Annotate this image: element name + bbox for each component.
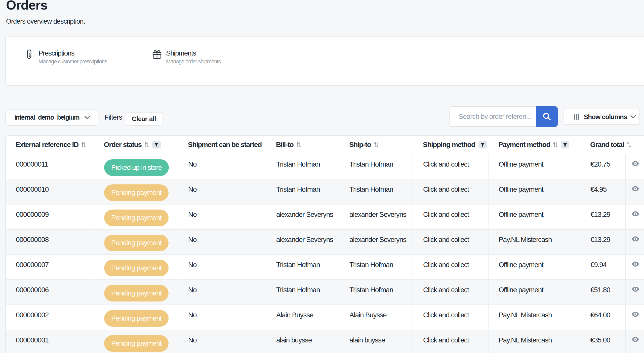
search-button[interactable]: [536, 106, 558, 127]
quick-links-card: Prescriptions Manage customer prescripti…: [5, 36, 644, 86]
view-order-icon[interactable]: [632, 186, 639, 191]
cell-order-status: Pending payment: [94, 280, 178, 305]
cell-grand-total: €20.75: [580, 154, 625, 179]
view-order-icon[interactable]: [632, 312, 639, 317]
cell-value: Offline payment: [499, 286, 543, 294]
view-order-icon[interactable]: [632, 211, 639, 217]
view-order-icon[interactable]: [632, 337, 639, 342]
filter-button[interactable]: [561, 141, 569, 148]
show-columns-button[interactable]: Show columns: [564, 109, 640, 125]
cell-shipment-can-be-started: No: [178, 154, 266, 179]
filter-button[interactable]: [478, 141, 487, 148]
order-status-badge: Pending payment: [104, 260, 169, 276]
cell-bill-to: alain buysse: [266, 330, 339, 353]
sort-icon[interactable]: [374, 141, 378, 148]
cell-value: 000000001: [16, 336, 49, 344]
filter-button[interactable]: [152, 141, 161, 148]
cell-value: No: [188, 336, 196, 344]
cell-value: Tristan Hofman: [276, 185, 320, 193]
order-status-badge: Pending payment: [104, 335, 169, 352]
cell-shipping-method: Click and collect: [413, 204, 488, 229]
orders-table-card: External reference ID Order status Shipm…: [5, 135, 644, 353]
cell-value: Tristan Hofman: [276, 160, 320, 168]
store-selector-dropdown[interactable]: internal_demo_belgium: [5, 109, 98, 126]
cell-payment-method: Pay.NL Mistercash: [488, 305, 580, 330]
order-status-badge: Pending payment: [104, 184, 169, 201]
cell-grand-total: €64.00: [580, 305, 625, 330]
column-header-order-status[interactable]: Order status: [94, 136, 178, 154]
cell-value: No: [188, 261, 196, 269]
cell-value: No: [188, 286, 196, 294]
table-row: 000000001 Pending payment No alain buyss…: [6, 330, 644, 353]
cell-value: €13.29: [590, 211, 610, 218]
column-header-bill-to[interactable]: Bill-to: [266, 136, 339, 154]
cell-value: 000000009: [16, 211, 49, 218]
funnel-icon: [154, 143, 158, 147]
shipments-link[interactable]: Shipments Manage order shipments.: [147, 37, 288, 85]
sort-icon[interactable]: [82, 141, 86, 148]
cell-actions: [625, 330, 644, 353]
column-header-ship-to[interactable]: Ship-to: [339, 136, 413, 154]
sort-icon[interactable]: [145, 141, 149, 148]
cell-value: Pay.NL Mistercash: [499, 311, 552, 319]
cell-value: Alain Buysse: [349, 311, 386, 319]
sort-icon[interactable]: [297, 141, 301, 148]
order-status-badge: Pending payment: [104, 210, 169, 226]
view-order-icon[interactable]: [632, 261, 639, 267]
cell-actions: [625, 204, 644, 229]
cell-order-status: Pending payment: [94, 255, 178, 280]
cell-value: €9.94: [590, 261, 607, 269]
cell-shipping-method: Click and collect: [413, 330, 488, 353]
cell-shipping-method: Click and collect: [413, 305, 488, 330]
cell-shipment-can-be-started: No: [178, 255, 266, 280]
cell-value: Tristan Hofman: [349, 160, 393, 168]
order-status-badge: Pending payment: [104, 310, 169, 327]
cell-payment-method: Pay.NL Mistercash: [488, 229, 580, 255]
cell-ship-to: Tristan Hofman: [339, 154, 413, 179]
cell-ship-to: alexander Severyns: [339, 229, 413, 255]
cell-value: 000000011: [16, 160, 48, 168]
cell-bill-to: Tristan Hofman: [266, 179, 339, 204]
cell-grand-total: €13.29: [580, 229, 625, 255]
column-header-shipment-can-be-started[interactable]: Shipment can be started: [178, 136, 266, 154]
view-order-icon[interactable]: [632, 161, 639, 166]
column-header-grand-total[interactable]: Grand total: [580, 136, 625, 154]
view-order-icon[interactable]: [632, 236, 639, 242]
cell-bill-to: Tristan Hofman: [266, 154, 339, 179]
view-order-icon[interactable]: [632, 286, 639, 292]
cell-order-status: Pending payment: [94, 305, 178, 330]
cell-order-status: Pending payment: [94, 179, 178, 204]
page-title: Orders: [6, 0, 48, 12]
cell-value: €51.80: [590, 286, 610, 294]
cell-order-status: Picked up in store: [94, 154, 178, 179]
cell-ship-to: Tristan Hofman: [339, 255, 413, 280]
cell-payment-method: Offline payment: [488, 204, 580, 229]
search-input[interactable]: [449, 106, 536, 127]
cell-value: Click and collect: [423, 311, 469, 319]
cell-value: Offline payment: [499, 185, 543, 193]
orders-table: External reference ID Order status Shipm…: [6, 136, 644, 353]
store-selector-value: internal_demo_belgium: [14, 110, 79, 125]
column-header-external-reference-id[interactable]: External reference ID: [6, 136, 94, 154]
cell-payment-method: Offline payment: [488, 280, 580, 305]
cell-external-reference-id: 000000007: [6, 255, 94, 280]
clear-all-button[interactable]: Clear all: [125, 112, 163, 126]
sort-icon[interactable]: [627, 141, 631, 148]
cell-value: alexander Severyns: [276, 236, 333, 243]
column-header-payment-method[interactable]: Payment method: [488, 136, 580, 154]
cell-value: alexander Severyns: [349, 236, 406, 243]
prescriptions-link[interactable]: Prescriptions Manage customer prescripti…: [6, 37, 147, 85]
cell-shipping-method: Click and collect: [413, 280, 488, 305]
cell-value: Click and collect: [423, 336, 469, 344]
table-row: 000000008 Pending payment No alexander S…: [6, 229, 644, 255]
cell-ship-to: alain buysse: [339, 330, 413, 353]
cell-actions: [625, 179, 644, 204]
cell-value: Pay.NL Mistercash: [499, 336, 552, 344]
prescriptions-title: Prescriptions: [38, 50, 74, 57]
order-status-badge: Picked up in store: [104, 159, 169, 176]
column-header-shipping-method[interactable]: Shipping method: [413, 136, 488, 154]
cell-payment-method: Pay.NL Mistercash: [488, 330, 580, 353]
cell-bill-to: Alain Buysse: [266, 305, 339, 330]
cell-shipment-can-be-started: No: [178, 305, 266, 330]
sort-icon[interactable]: [553, 141, 557, 148]
